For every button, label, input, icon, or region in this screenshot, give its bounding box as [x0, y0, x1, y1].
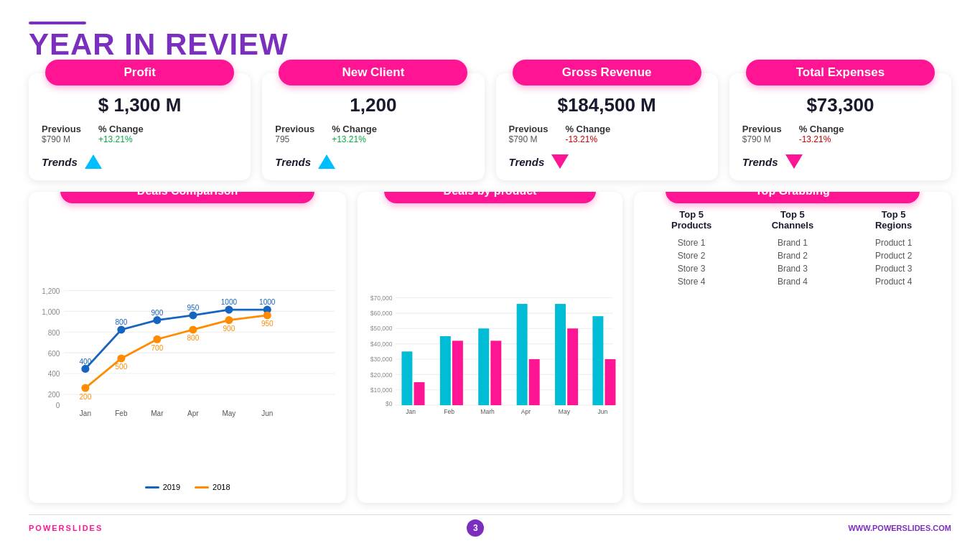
- svg-text:Mar: Mar: [151, 409, 164, 417]
- svg-text:200: 200: [80, 393, 92, 401]
- svg-point-35: [225, 316, 233, 324]
- svg-point-32: [117, 354, 125, 362]
- svg-rect-64: [593, 316, 604, 405]
- svg-text:$30,000: $30,000: [370, 356, 393, 363]
- trend-up-icon: [85, 154, 102, 169]
- top-grabbing-card: Top Grabbing Top 5Products Store 1 Store…: [634, 192, 951, 503]
- svg-point-19: [81, 365, 89, 373]
- kpi-details-profit: Previous $790 M % Change +13.21%: [29, 124, 251, 144]
- top-col-products: Top 5Products Store 1 Store 2 Store 3 St…: [641, 209, 742, 287]
- svg-text:Marh: Marh: [481, 408, 495, 415]
- svg-text:May: May: [559, 408, 571, 415]
- footer: POWERSLIDES 3 WWW.POWERSLIDES.COM: [29, 514, 951, 537]
- chart-legend: 2019 2018: [36, 483, 339, 491]
- top-col-channels-item-2: Brand 2: [778, 251, 808, 261]
- kpi-card-newclient: New Client 1,200 Previous 795 % Change +…: [262, 73, 484, 180]
- svg-text:$10,000: $10,000: [370, 386, 393, 394]
- svg-point-31: [81, 384, 89, 392]
- deals-by-product-badge: Deals by product: [384, 192, 596, 203]
- svg-text:400: 400: [80, 358, 92, 366]
- kpi-change-totalexpenses: % Change -13.21%: [799, 124, 844, 144]
- top-col-channels: Top 5Channels Brand 1 Brand 2 Brand 3 Br…: [742, 209, 844, 287]
- deals-comparison-chart-container: 1,200 1,000 800 600 400 200 0 Jan: [29, 216, 346, 491]
- svg-text:Jan: Jan: [80, 409, 91, 417]
- svg-text:Jun: Jun: [598, 408, 608, 415]
- top-col-channels-item-3: Brand 3: [778, 264, 808, 274]
- kpi-previous-newclient: Previous 795: [275, 124, 314, 144]
- svg-rect-66: [452, 341, 463, 405]
- svg-rect-70: [605, 359, 616, 405]
- top-col-regions: Top 5Regions Product 1 Product 2 Product…: [843, 209, 944, 287]
- kpi-trends-profit: Trends: [29, 154, 251, 169]
- svg-text:$20,000: $20,000: [370, 371, 393, 379]
- legend-2019: 2019: [145, 483, 180, 491]
- footer-website: WWW.POWERSLIDES.COM: [848, 524, 951, 532]
- kpi-trends-grossrevenue: Trends: [496, 154, 718, 169]
- svg-point-21: [153, 316, 161, 324]
- svg-text:$70,000: $70,000: [370, 295, 393, 302]
- kpi-details-newclient: Previous 795 % Change +13.21%: [262, 124, 484, 144]
- svg-rect-61: [478, 328, 489, 405]
- svg-text:$0: $0: [386, 400, 393, 407]
- svg-point-36: [263, 311, 271, 319]
- kpi-trends-totalexpenses: Trends: [729, 154, 951, 169]
- svg-rect-65: [414, 382, 425, 405]
- kpi-change-grossrevenue: % Change -13.21%: [565, 124, 610, 144]
- kpi-row: Profit $ 1,300 M Previous $790 M % Chang…: [29, 73, 951, 180]
- deals-comparison-badge: Deals Comparison: [60, 192, 314, 203]
- line-chart: 1,200 1,000 800 600 400 200 0 Jan: [36, 216, 339, 480]
- top-col-channels-header: Top 5Channels: [772, 209, 814, 231]
- top-grabbing-badge: Top Grabbing: [666, 192, 920, 203]
- svg-text:400: 400: [48, 371, 60, 379]
- kpi-card-profit: Profit $ 1,300 M Previous $790 M % Chang…: [29, 73, 251, 180]
- footer-brand-part1: POWER: [29, 524, 66, 532]
- svg-point-34: [189, 325, 197, 333]
- legend-line-orange: [195, 486, 209, 489]
- top-grabbing-content: Top 5Products Store 1 Store 2 Store 3 St…: [634, 209, 951, 287]
- footer-brand-part2: SLIDES: [66, 524, 103, 532]
- svg-text:600: 600: [48, 350, 60, 358]
- top-col-products-item-2: Store 2: [678, 251, 706, 261]
- kpi-trends-newclient: Trends: [262, 154, 484, 169]
- top-col-products-item-3: Store 3: [678, 264, 706, 274]
- svg-point-23: [225, 306, 233, 314]
- svg-text:$50,000: $50,000: [370, 325, 393, 332]
- kpi-previous-grossrevenue: Previous $790 M: [509, 124, 549, 144]
- bar-chart-svg: $70,000 $60,000 $50,000 $40,000 $30,000 …: [363, 216, 617, 491]
- svg-text:Feb: Feb: [115, 409, 128, 417]
- svg-rect-60: [440, 336, 451, 405]
- kpi-badge-newclient: New Client: [279, 60, 467, 85]
- svg-text:Apr: Apr: [187, 409, 199, 417]
- title-part1: YEAR IN: [29, 27, 165, 61]
- svg-text:$40,000: $40,000: [370, 341, 393, 348]
- title-part2: REVIEW: [165, 27, 289, 61]
- svg-text:$60,000: $60,000: [370, 310, 393, 317]
- header-section: YEAR IN REVIEW: [29, 22, 951, 62]
- svg-text:950: 950: [261, 320, 274, 328]
- svg-point-33: [153, 335, 161, 343]
- svg-text:1000: 1000: [259, 298, 276, 306]
- svg-text:800: 800: [48, 329, 60, 337]
- top-col-products-header: Top 5Products: [671, 209, 711, 231]
- svg-text:200: 200: [48, 391, 60, 399]
- kpi-value-profit: $ 1,300 M: [98, 94, 182, 116]
- svg-rect-62: [517, 304, 528, 405]
- deals-comparison-card: Deals Comparison 1,200 1,000 800 600 400…: [29, 192, 346, 503]
- top-col-regions-item-1: Product 1: [875, 238, 912, 248]
- svg-rect-59: [402, 351, 413, 405]
- svg-point-20: [117, 325, 125, 333]
- svg-text:Feb: Feb: [444, 408, 455, 415]
- svg-text:0: 0: [56, 402, 60, 409]
- footer-page-number: 3: [467, 519, 484, 537]
- trend-down-icon-2: [785, 154, 803, 169]
- svg-text:1,000: 1,000: [42, 308, 60, 316]
- svg-rect-68: [529, 359, 540, 405]
- top-col-channels-item-1: Brand 1: [778, 238, 808, 248]
- deals-by-product-card: Deals by product $70,000 $60,000 $50,000…: [358, 192, 622, 503]
- page-title: YEAR IN REVIEW: [29, 27, 951, 62]
- svg-text:500: 500: [116, 364, 128, 371]
- kpi-badge-totalexpenses: Total Expenses: [746, 60, 935, 85]
- svg-text:May: May: [222, 409, 235, 417]
- header-line: [29, 22, 86, 24]
- top-col-regions-item-2: Product 2: [875, 251, 912, 261]
